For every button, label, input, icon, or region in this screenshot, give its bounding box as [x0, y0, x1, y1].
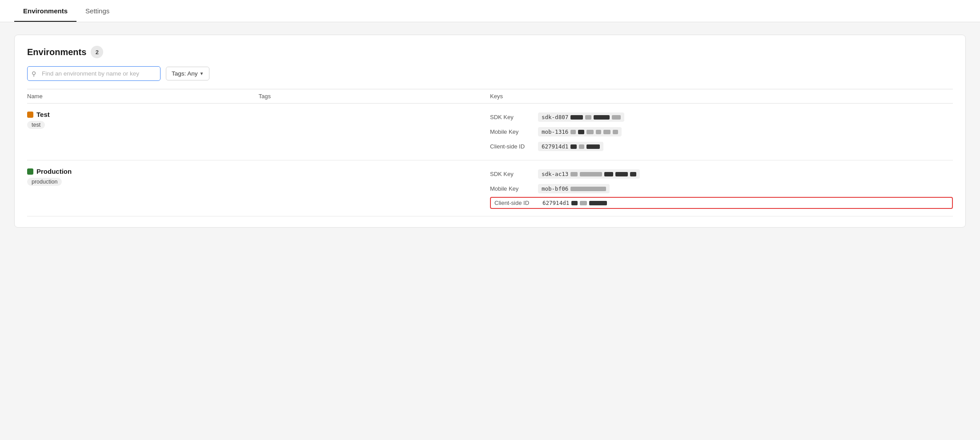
- redacted-block: [586, 144, 600, 149]
- env-name-row: Test: [27, 111, 259, 118]
- redacted-block: [604, 172, 613, 176]
- sdk-key-row: SDK Key sdk-d807: [490, 111, 953, 124]
- tab-environments[interactable]: Environments: [14, 0, 76, 22]
- search-icon: ⚲: [32, 70, 36, 77]
- redacted-block: [585, 115, 591, 120]
- env-color-dot: [27, 168, 33, 175]
- redacted-block: [596, 130, 601, 134]
- mobile-key-label: Mobile Key: [490, 185, 534, 192]
- client-id-highlighted-row: Client-side ID 627914d1: [490, 197, 953, 209]
- sdk-key-prefix: sdk-d807: [542, 114, 568, 120]
- sdk-key-row: SDK Key sdk-ac13: [490, 168, 953, 180]
- card-header: Environments 2: [27, 46, 953, 58]
- redacted-block: [571, 201, 578, 205]
- client-id-prefix: 627914d1: [542, 200, 569, 206]
- mobile-key-row: Mobile Key mob-bf06: [490, 182, 953, 195]
- mobile-key-value: mob-bf06: [538, 184, 610, 193]
- mobile-key-label: Mobile Key: [490, 128, 534, 135]
- sdk-key-label: SDK Key: [490, 114, 534, 120]
- redacted-block: [586, 130, 594, 134]
- env-color-dot: [27, 112, 33, 118]
- redacted-block: [603, 130, 610, 134]
- redacted-block: [615, 172, 628, 176]
- redacted-block: [630, 172, 636, 176]
- env-name-row: Production: [27, 168, 259, 175]
- sdk-key-label: SDK Key: [490, 171, 534, 177]
- env-key-tag: production: [27, 178, 62, 186]
- page-content: Environments 2 ⚲ Tags: Any ▼ Name Tags K…: [0, 22, 980, 240]
- col-name: Name: [27, 93, 259, 100]
- table-row: Production production SDK Key sdk-ac13: [27, 160, 953, 216]
- sdk-key-value: sdk-d807: [538, 112, 624, 122]
- redacted-block: [570, 172, 578, 176]
- redacted-block: [570, 187, 606, 191]
- col-tags: Tags: [259, 93, 490, 100]
- redacted-block: [570, 130, 576, 134]
- redacted-block: [579, 144, 584, 149]
- client-id-label: Client-side ID: [490, 143, 534, 150]
- client-id-value: 627914d1: [542, 200, 607, 206]
- env-name-col: Test test: [27, 111, 259, 129]
- card-title: Environments: [27, 47, 86, 57]
- env-name-text: Production: [36, 168, 72, 175]
- tab-settings[interactable]: Settings: [76, 0, 118, 22]
- col-keys: Keys: [490, 93, 953, 100]
- redacted-block: [580, 172, 602, 176]
- redacted-block: [589, 201, 607, 205]
- keys-col: SDK Key sdk-ac13 Mobile Key mob-bf06: [490, 168, 953, 209]
- redacted-block: [570, 115, 583, 120]
- mobile-key-value: mob-1316: [538, 127, 622, 136]
- env-name-col: Production production: [27, 168, 259, 186]
- table-row: Test test SDK Key sdk-d807: [27, 104, 953, 160]
- env-name-text: Test: [36, 111, 50, 118]
- sdk-key-value: sdk-ac13: [538, 169, 640, 179]
- client-id-value: 627914d1: [538, 142, 603, 151]
- table-header: Name Tags Keys: [27, 89, 953, 104]
- redacted-block: [580, 201, 587, 205]
- mobile-key-prefix: mob-1316: [542, 128, 568, 135]
- sdk-key-prefix: sdk-ac13: [542, 171, 568, 177]
- mobile-key-prefix: mob-bf06: [542, 185, 568, 192]
- redacted-block: [578, 130, 584, 134]
- count-badge: 2: [91, 46, 103, 58]
- tags-filter-button[interactable]: Tags: Any ▼: [166, 67, 209, 80]
- environments-card: Environments 2 ⚲ Tags: Any ▼ Name Tags K…: [14, 35, 966, 228]
- redacted-block: [613, 130, 618, 134]
- env-key-tag: test: [27, 121, 45, 129]
- client-id-row: Client-side ID 627914d1: [490, 140, 953, 153]
- redacted-block: [594, 115, 610, 120]
- mobile-key-row: Mobile Key mob-1316: [490, 125, 953, 138]
- redacted-block: [612, 115, 621, 120]
- client-id-label: Client-side ID: [494, 200, 539, 206]
- filters-row: ⚲ Tags: Any ▼: [27, 66, 953, 81]
- search-input[interactable]: [27, 66, 161, 81]
- keys-col: SDK Key sdk-d807 Mobile Key mob-1316: [490, 111, 953, 153]
- chevron-down-icon: ▼: [200, 71, 204, 76]
- redacted-block: [570, 144, 577, 149]
- top-nav: Environments Settings: [0, 0, 980, 22]
- tags-filter-label: Tags: Any: [172, 70, 198, 77]
- client-id-prefix: 627914d1: [542, 143, 568, 150]
- search-wrapper: ⚲: [27, 66, 161, 81]
